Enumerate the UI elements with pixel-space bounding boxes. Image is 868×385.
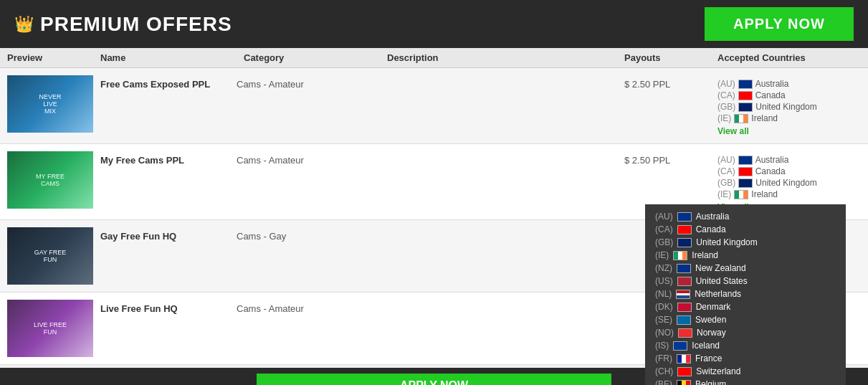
flag-se-icon	[677, 315, 691, 325]
offer-description	[373, 300, 624, 303]
flag-gb-icon	[738, 179, 753, 188]
dropdown-country-item: (AU) Australia	[655, 211, 836, 222]
flag-ca-icon	[738, 167, 753, 176]
country-dropdown-popup: (AU) Australia (CA) Canada (GB) United K…	[645, 204, 846, 385]
page-header: 👑 PREMIUM OFFERS APPLY NOW	[0, 0, 868, 48]
offer-countries: (AU) Australia (CA) Canada (GB) United K…	[717, 151, 861, 212]
flag-nz-icon	[677, 264, 691, 273]
flag-ie-icon	[734, 114, 748, 123]
dropdown-country-item: (CH) Switzerland	[655, 366, 836, 376]
dropdown-country-item: (BE) Belgium	[655, 379, 836, 385]
flag-ca-icon	[677, 225, 692, 234]
flag-no-icon	[678, 328, 692, 338]
dropdown-country-item: (DK) Denmark	[655, 302, 836, 312]
dropdown-country-item: (US) United States	[655, 276, 836, 286]
dropdown-country-item: (FR) France	[655, 353, 836, 363]
offer-payouts: $ 2.50 PPL	[624, 75, 717, 90]
flag-gb-icon	[677, 238, 692, 247]
dropdown-country-item: (GB) United Kingdom	[655, 237, 836, 247]
crown-icon: 👑	[14, 15, 34, 34]
offer-description	[373, 227, 624, 231]
flag-ch-icon	[677, 367, 692, 376]
offer-description	[373, 75, 624, 79]
col-header-category: Category	[244, 52, 387, 63]
offer-category: Cams - Amateur	[237, 151, 373, 166]
dropdown-country-item: (NL) Netherlands	[655, 289, 836, 299]
offer-category: Cams - Amateur	[237, 300, 373, 314]
country-item: (CA) Canada	[717, 90, 861, 100]
offer-preview: NEVERLIVEMIX	[7, 75, 93, 133]
col-header-countries: Accepted Countries	[717, 52, 861, 63]
dropdown-country-item: (IS) Iceland	[655, 341, 836, 351]
flag-nl-icon	[676, 290, 690, 299]
flag-ca-icon	[738, 91, 753, 100]
dropdown-country-item: (IE) Ireland	[655, 250, 836, 260]
dropdown-country-item: (CA) Canada	[655, 224, 836, 234]
table-row: NEVERLIVEMIX Free Cams Exposed PPL Cams …	[0, 68, 868, 144]
offer-name: Free Cams Exposed PPL	[100, 75, 237, 90]
offer-preview: LIVE FREEFUN	[7, 300, 93, 357]
flag-is-icon	[673, 341, 687, 351]
flag-ie-icon	[673, 251, 687, 260]
page-title: 👑 PREMIUM OFFERS	[14, 13, 232, 36]
col-header-payouts: Payouts	[624, 52, 717, 63]
flag-us-icon	[677, 277, 692, 286]
offer-payouts: $ 2.50 PPL	[624, 151, 717, 166]
flag-dk-icon	[677, 303, 692, 312]
offer-name: My Free Cams PPL	[100, 151, 237, 166]
flag-ie-icon	[734, 190, 748, 199]
col-header-description: Description	[387, 52, 624, 63]
offer-countries: (AU) Australia (CA) Canada (GB) United K…	[717, 75, 861, 136]
flag-au-icon	[738, 80, 753, 89]
country-item: (IE) Ireland	[717, 113, 861, 123]
flag-au-icon	[677, 212, 692, 222]
country-item: (CA) Canada	[717, 166, 861, 176]
flag-be-icon	[677, 380, 691, 386]
offer-name: Live Free Fun HQ	[100, 300, 237, 314]
offer-category: Cams - Gay	[237, 227, 373, 242]
flag-gb-icon	[738, 103, 753, 112]
country-item: (AU) Australia	[717, 155, 861, 165]
col-header-preview: Preview	[7, 52, 100, 63]
bottom-apply-button[interactable]: APPLY NOW	[257, 374, 611, 385]
offer-description	[373, 151, 624, 155]
flag-fr-icon	[677, 354, 691, 363]
table-header: Preview Name Category Description Payout…	[0, 48, 868, 68]
offer-preview: MY FREECAMS	[7, 151, 93, 209]
offer-category: Cams - Amateur	[237, 75, 373, 90]
country-item: (GB) United Kingdom	[717, 102, 861, 112]
apply-now-button[interactable]: APPLY NOW	[705, 7, 854, 41]
country-item: (IE) Ireland	[717, 189, 861, 199]
offer-preview: GAY FREEFUN	[7, 227, 93, 285]
flag-au-icon	[738, 156, 753, 165]
dropdown-country-item: (SE) Sweden	[655, 315, 836, 325]
country-item: (AU) Australia	[717, 79, 861, 89]
col-header-name: Name	[100, 52, 244, 63]
dropdown-country-item: (NO) Norway	[655, 328, 836, 338]
offer-name: Gay Free Fun HQ	[100, 227, 237, 242]
country-item: (GB) United Kingdom	[717, 178, 861, 188]
dropdown-country-item: (NZ) New Zealand	[655, 263, 836, 273]
view-all-link[interactable]: View all	[717, 126, 861, 136]
